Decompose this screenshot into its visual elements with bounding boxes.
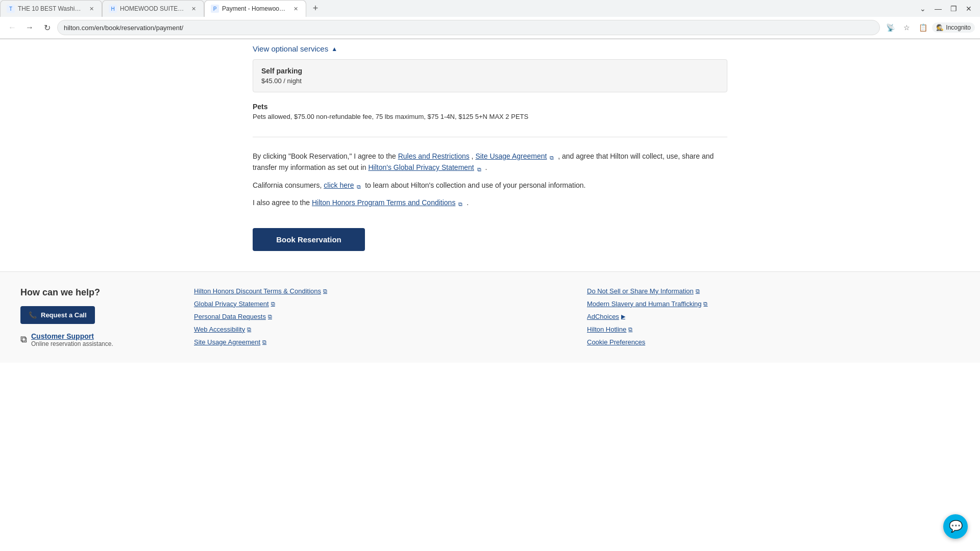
adchoices-arrow-icon: ▶ (621, 313, 625, 320)
page-content: View optional services ▲ Self parking $4… (242, 39, 738, 271)
site-usage-agreement-link[interactable]: Site Usage Agreement (475, 152, 547, 160)
tab-bar: T THE 10 BEST Washington DC Ho... ✕ H HO… (0, 0, 980, 17)
tab-1-favicon: T (7, 5, 15, 13)
footer-link-web-accessibility[interactable]: Web Accessibility ⧉ (194, 325, 567, 333)
footer-link-hilton-hotline[interactable]: Hilton Hotline ⧉ (587, 325, 960, 333)
book-reservation-button[interactable]: Book Reservation (253, 228, 365, 251)
honors-post: . (467, 198, 469, 207)
tab-1-close[interactable]: ✕ (87, 5, 95, 13)
footer-links-grid: Hilton Honors Discount Terms & Condition… (194, 287, 960, 347)
address-bar[interactable]: hilton.com/en/book/reservation/payment/ (57, 20, 880, 35)
footer: How can we help? 📞 Request a Call ⧉ Cust… (0, 271, 980, 363)
honors-terms-link[interactable]: Hilton Honors Program Terms and Conditio… (312, 198, 455, 207)
hilton-hotline-link-text: Hilton Hotline (587, 325, 626, 333)
parking-name: Self parking (261, 67, 719, 75)
reload-button[interactable]: ↻ (40, 20, 54, 35)
do-not-sell-link-text: Do Not Sell or Share My Information (587, 287, 694, 295)
customer-support-link[interactable]: Customer Support (31, 332, 113, 340)
california-post: to learn about Hilton's collection and u… (365, 181, 585, 189)
personal-data-ext-icon: ⧉ (268, 313, 272, 320)
footer-link-honors-discount[interactable]: Hilton Honors Discount Terms & Condition… (194, 287, 567, 295)
minimize-icon[interactable]: — (931, 2, 945, 16)
tab-1-title: THE 10 BEST Washington DC Ho... (18, 5, 84, 12)
close-window-icon[interactable]: ✕ (962, 2, 976, 16)
agreement-text-honors: I also agree to the Hilton Honors Progra… (253, 197, 727, 208)
self-parking-card: Self parking $45.00 / night (253, 59, 727, 92)
nav-bar: ← → ↻ hilton.com/en/book/reservation/pay… (0, 17, 980, 39)
agreement-text-1-pre: By clicking "Book Reservation," I agree … (253, 152, 398, 160)
forward-button[interactable]: → (22, 20, 37, 35)
restore-icon[interactable]: ❐ (946, 2, 961, 16)
modern-slavery-link-text: Modern Slavery and Human Trafficking (587, 300, 701, 308)
window-controls: ⌄ — ❐ ✕ (912, 0, 980, 17)
bookmark-star-icon[interactable]: ☆ (899, 20, 914, 35)
ext-icon-3: ⧉ (357, 183, 363, 189)
honors-discount-ext-icon: ⧉ (323, 288, 327, 294)
footer-links-col2: Do Not Sell or Share My Information ⧉ Mo… (587, 287, 960, 346)
customer-support-section: ⧉ Customer Support Online reservation as… (20, 332, 174, 347)
agreement-text-california: California consumers, click here ⧉ to le… (253, 180, 727, 191)
web-accessibility-ext-icon: ⧉ (247, 326, 251, 333)
ext-icon-4: ⧉ (458, 200, 464, 206)
ext-icon-2: ⧉ (477, 165, 483, 171)
footer-link-site-usage[interactable]: Site Usage Agreement ⧉ (194, 338, 567, 346)
pets-section: Pets Pets allowed, $75.00 non-refundable… (253, 101, 727, 129)
tab-3-favicon: P (211, 5, 219, 13)
footer-link-global-privacy[interactable]: Global Privacy Statement ⧉ (194, 300, 567, 308)
site-usage-ext-icon: ⧉ (262, 339, 266, 345)
adchoices-link-text: AdChoices (587, 313, 619, 320)
agreement-text-1-end: . (485, 163, 487, 171)
web-accessibility-link-text: Web Accessibility (194, 325, 245, 333)
footer-help-title: How can we help? (20, 287, 174, 298)
footer-help-section: How can we help? 📞 Request a Call ⧉ Cust… (20, 287, 174, 347)
customer-support-subtitle: Online reservation assistance. (31, 340, 113, 347)
pets-title: Pets (253, 103, 727, 111)
agreement-text-1: By clicking "Book Reservation," I agree … (253, 151, 727, 173)
honors-pre: I also agree to the (253, 198, 312, 207)
phone-icon: 📞 (29, 311, 37, 319)
support-info: Customer Support Online reservation assi… (31, 332, 113, 347)
optional-services-toggle[interactable]: View optional services ▲ (253, 44, 727, 53)
new-tab-button[interactable]: + (308, 2, 323, 16)
tab-2[interactable]: H HOMEWOOD SUITES BY HILTO... ✕ (102, 0, 204, 17)
footer-link-adchoices[interactable]: AdChoices ▶ (587, 313, 960, 320)
tab-2-title: HOMEWOOD SUITES BY HILTO... (120, 5, 186, 12)
california-pre: California consumers, (253, 181, 324, 189)
footer-link-modern-slavery[interactable]: Modern Slavery and Human Trafficking ⧉ (587, 300, 960, 308)
personal-data-link-text: Personal Data Requests (194, 313, 266, 320)
global-privacy-link-text: Global Privacy Statement (194, 300, 269, 308)
agreement-section: By clicking "Book Reservation," I agree … (253, 145, 727, 220)
tab-3-close[interactable]: ✕ (291, 5, 300, 13)
chevron-down-icon[interactable]: ⌄ (916, 2, 930, 16)
global-privacy-ext-icon: ⧉ (271, 300, 275, 307)
incognito-badge[interactable]: 🕵 Incognito (932, 22, 975, 33)
url-text: hilton.com/en/book/reservation/payment/ (64, 24, 183, 32)
back-button[interactable]: ← (5, 20, 19, 35)
cast-icon[interactable]: 📡 (883, 20, 897, 35)
hilton-hotline-ext-icon: ⧉ (628, 326, 632, 333)
footer-link-cookie-preferences[interactable]: Cookie Preferences (587, 338, 960, 346)
incognito-icon: 🕵 (936, 24, 944, 31)
rules-restrictions-link[interactable]: Rules and Restrictions (398, 152, 470, 160)
nav-icons: 📡 ☆ 📋 🕵 Incognito (883, 20, 975, 35)
footer-link-do-not-sell[interactable]: Do Not Sell or Share My Information ⧉ (587, 287, 960, 295)
tab-2-close[interactable]: ✕ (189, 5, 198, 13)
tab-2-favicon: H (109, 5, 117, 13)
support-icon: ⧉ (20, 334, 27, 345)
honors-discount-link-text: Hilton Honors Discount Terms & Condition… (194, 287, 321, 295)
tab-3-title: Payment - Homewood Suites by... (222, 5, 288, 12)
reading-list-icon[interactable]: 📋 (916, 20, 930, 35)
california-click-here-link[interactable]: click here (324, 181, 354, 189)
privacy-statement-link[interactable]: Hilton's Global Privacy Statement (368, 163, 474, 171)
section-divider (253, 137, 727, 137)
request-a-call-button[interactable]: 📞 Request a Call (20, 306, 95, 324)
tabs-container: T THE 10 BEST Washington DC Ho... ✕ H HO… (0, 0, 323, 17)
optional-services-label: View optional services (253, 44, 328, 53)
footer-link-personal-data[interactable]: Personal Data Requests ⧉ (194, 313, 567, 320)
site-usage-link-text: Site Usage Agreement (194, 338, 260, 346)
tab-1[interactable]: T THE 10 BEST Washington DC Ho... ✕ (0, 0, 102, 17)
incognito-label: Incognito (946, 24, 971, 31)
ext-icon-1: ⧉ (550, 154, 556, 160)
parking-price: $45.00 / night (261, 77, 719, 85)
tab-3[interactable]: P Payment - Homewood Suites by... ✕ (204, 0, 306, 17)
